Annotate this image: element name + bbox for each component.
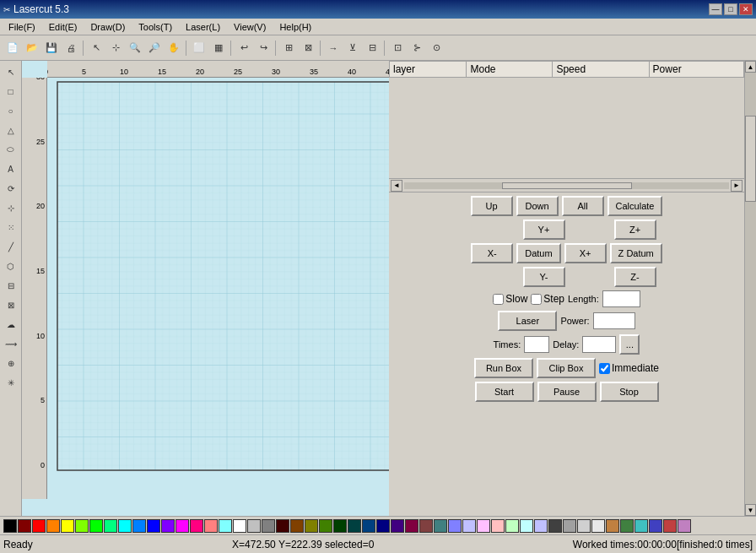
left-tool-t11[interactable]: ✳ [2,373,20,392]
color-swatch-25[interactable] [362,519,375,533]
color-swatch-44[interactable] [634,519,648,533]
zdatum-button[interactable]: Z Datum [610,243,662,263]
dots-button[interactable]: ... [619,334,640,355]
canvas-area[interactable]: 051015202530354045505560 302520151050 [22,61,389,516]
xminus-button[interactable]: X- [471,243,513,263]
color-swatch-20[interactable] [290,519,304,533]
color-swatch-12[interactable] [176,519,189,533]
length-input[interactable]: 50.00 [602,290,640,307]
left-tool-t5[interactable]: ⬡ [2,257,20,275]
yminus-button[interactable]: Y- [523,267,565,287]
toolbar-btn-open[interactable]: 📂 [23,39,41,57]
stop-button[interactable]: Stop [600,382,659,402]
left-tool-t3[interactable]: ⁙ [2,218,20,236]
toolbar-btn-t3[interactable]: → [324,39,343,57]
left-tool-t10[interactable]: ⊕ [2,354,20,372]
all-button[interactable]: All [562,196,604,216]
scroll-thumb[interactable] [502,182,632,189]
color-swatch-43[interactable] [620,519,634,533]
toolbar-btn-redo[interactable]: ↪ [254,39,273,57]
color-swatch-10[interactable] [147,519,160,533]
canvas-content[interactable] [47,78,389,499]
color-swatch-18[interactable] [262,519,275,533]
down-button[interactable]: Down [516,196,559,216]
menu-item-file[interactable]: File(F) [2,20,42,34]
color-swatch-32[interactable] [462,519,476,533]
color-swatch-2[interactable] [32,519,46,533]
color-swatch-30[interactable] [434,519,447,533]
toolbar-btn-t1[interactable]: ⊞ [279,39,298,57]
delay-input[interactable]: 0 [582,336,616,353]
toolbar-btn-bitmap[interactable]: ▦ [209,39,228,57]
color-swatch-29[interactable] [419,519,433,533]
color-swatch-14[interactable] [204,519,218,533]
toolbar-btn-t8[interactable]: ⊙ [427,39,446,57]
toolbar-btn-t5[interactable]: ⊟ [363,39,381,57]
left-tool-circle[interactable]: ○ [2,101,20,120]
toolbar-btn-t7[interactable]: ⊱ [408,39,426,57]
color-swatch-26[interactable] [376,519,390,533]
start-button[interactable]: Start [475,382,534,402]
calculate-button[interactable]: Calculate [608,196,663,216]
left-tool-t1[interactable]: ⟳ [2,179,20,198]
color-swatch-38[interactable] [548,519,562,533]
left-tool-ellipse[interactable]: ⬭ [2,140,20,159]
color-swatch-47[interactable] [678,519,691,533]
color-swatch-19[interactable] [276,519,289,533]
up-button[interactable]: Up [471,196,513,216]
toolbar-btn-t4[interactable]: ⊻ [343,39,362,57]
menu-item-edit[interactable]: Edit(E) [42,20,84,34]
color-swatch-8[interactable] [118,519,132,533]
color-swatch-27[interactable] [391,519,404,533]
horizontal-scrollbar[interactable]: ◄ ► [389,179,744,192]
drawing-canvas[interactable] [47,78,389,499]
color-swatch-46[interactable] [663,519,677,533]
color-swatch-37[interactable] [534,519,548,533]
immediate-checkbox-label[interactable]: Immediate [599,362,659,374]
left-tool-arrow[interactable]: ↖ [2,62,20,81]
color-swatch-13[interactable] [190,519,203,533]
left-tool-text[interactable]: A [2,160,20,178]
vscroll-thumb[interactable] [745,116,756,202]
zminus-button[interactable]: Z- [614,267,656,287]
vscroll-up-button[interactable]: ▲ [745,61,756,73]
color-swatch-21[interactable] [305,519,318,533]
yplus-button[interactable]: Y+ [523,220,565,240]
left-tool-t6[interactable]: ⊟ [2,276,20,295]
color-swatch-6[interactable] [89,519,103,533]
menu-item-laser[interactable]: Laser(L) [179,20,227,34]
minimize-button[interactable]: — [709,3,722,15]
menu-item-tools[interactable]: Tools(T) [132,20,179,34]
immediate-checkbox[interactable] [599,363,610,374]
color-swatch-11[interactable] [161,519,175,533]
color-swatch-24[interactable] [348,519,361,533]
times-input[interactable]: 1 [524,336,549,353]
left-tool-t4[interactable]: ╱ [2,237,20,256]
toolbar-btn-new[interactable]: 📄 [3,39,22,57]
vscroll-down-button[interactable]: ▼ [745,504,756,516]
slow-checkbox[interactable] [493,294,504,305]
toolbar-btn-select[interactable]: ↖ [87,39,105,57]
color-swatch-45[interactable] [649,519,662,533]
left-tool-rect[interactable]: □ [2,82,20,100]
left-tool-t7[interactable]: ⊠ [2,295,20,314]
menu-item-view[interactable]: View(V) [227,20,273,34]
color-swatch-1[interactable] [18,519,31,533]
color-swatch-33[interactable] [477,519,490,533]
color-swatch-17[interactable] [247,519,261,533]
restore-button[interactable]: □ [724,3,737,15]
color-swatch-22[interactable] [319,519,332,533]
step-checkbox[interactable] [531,294,542,305]
xplus-button[interactable]: X+ [564,243,607,263]
scroll-track[interactable] [404,182,729,189]
toolbar-btn-print[interactable]: 🖨 [62,39,80,57]
color-swatch-4[interactable] [61,519,74,533]
color-swatch-5[interactable] [75,519,89,533]
color-swatch-15[interactable] [219,519,232,533]
color-swatch-23[interactable] [333,519,347,533]
power-input[interactable]: 45.00 [593,312,635,329]
menu-item-help[interactable]: Help(H) [273,20,318,34]
color-swatch-7[interactable] [104,519,117,533]
left-tool-triangle[interactable]: △ [2,121,20,139]
clipbox-button[interactable]: Clip Box [537,358,596,378]
